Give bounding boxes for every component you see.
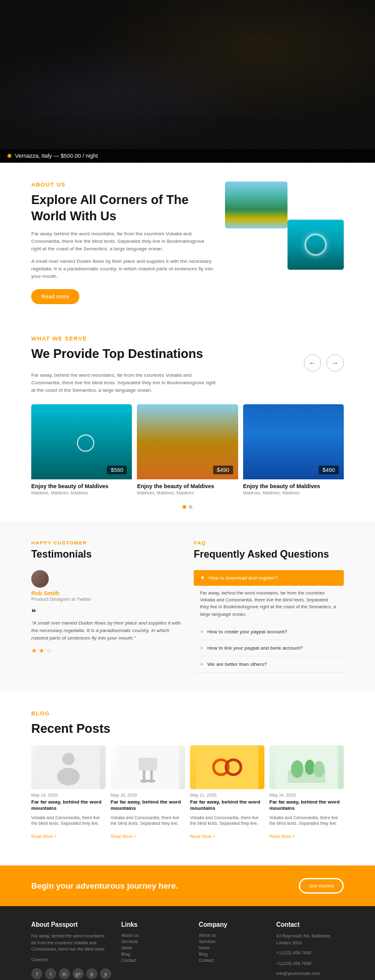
footer-about-text: Far away, behind the word mountains, far… (31, 933, 111, 953)
beach-aerial-img (225, 181, 288, 228)
social-icon-6[interactable]: y (100, 968, 111, 979)
dest-card-price-3: $490 (319, 466, 339, 474)
hero-grid-pattern (0, 0, 375, 163)
svg-rect-7 (141, 780, 156, 782)
carousel-dot[interactable] (189, 505, 192, 509)
blog-card-2[interactable]: May 18, 2020 Far far away, behind the wo… (111, 745, 185, 840)
blog-post-desc-4: Vokalia and Consonantia, there live the … (269, 815, 344, 827)
testimonials-faq-section: HAPPY CUSTOMER Testimonials Rob Smith Pr… (0, 521, 375, 692)
social-icon-4[interactable]: g+ (72, 968, 84, 979)
blog-img-svg-3 (190, 745, 264, 789)
blog-section: BLOG Recent Posts May 14, 2020 Far far a… (0, 692, 375, 853)
blog-read-more-3[interactable]: Read More > (190, 834, 216, 839)
blog-read-more-4[interactable]: Read More > (269, 834, 295, 839)
faq-item-3[interactable]: + We are better than others? (194, 656, 344, 673)
faq-item-1[interactable]: + How to create your paypal account? (194, 624, 344, 640)
about-desc1: Far away, behind the word mountains, far… (31, 230, 215, 253)
footer-phone1: +1(123)-456-7890 (276, 950, 344, 957)
blog-card-3[interactable]: May 11, 2020 Far far away, behind the wo… (190, 745, 264, 840)
svg-point-2 (58, 768, 80, 785)
blog-label: BLOG (31, 710, 344, 717)
blog-title: Recent Posts (31, 720, 344, 737)
dest-card-image-3: $490 (243, 404, 344, 479)
faq-plus-icon-3: + (200, 661, 204, 668)
testimonial-stars: ★ ★ ☆ (31, 647, 181, 654)
read-more-button[interactable]: Read more (31, 289, 79, 304)
about-label: ABOUT US (31, 181, 215, 188)
footer-email: info@yourdomain.com (276, 971, 344, 977)
destination-card[interactable]: $490 Enjoy the beauty of Maldives Maldiv… (137, 404, 238, 499)
destinations-title: We Provide Top Destinations (31, 345, 203, 362)
footer-address: 43 Raymouth Rd. Baltimore, London 3910 (276, 933, 344, 946)
dest-card-subtitle-3: Maldives, Maldives, Maldives (243, 491, 344, 495)
footer-company-link-services[interactable]: Services (199, 939, 266, 944)
social-icon-2[interactable]: t (45, 968, 56, 979)
faq-item-2[interactable]: + How to link your paypal and bank accou… (194, 640, 344, 656)
faq-plus-icon-2: + (200, 645, 204, 651)
prev-arrow-button[interactable]: ← (304, 354, 321, 372)
blog-date-3: May 11, 2020 (190, 793, 264, 797)
footer-company-link-blog[interactable]: Blog (199, 952, 266, 956)
footer-links-col: Links About us Services News Blog Contac… (121, 921, 189, 980)
testimonials-label: HAPPY CUSTOMER (31, 540, 181, 546)
destination-card[interactable]: $560 Enjoy the beauty of Maldives Maldiv… (31, 404, 132, 499)
blog-image-4 (269, 745, 344, 789)
blog-card-1[interactable]: May 14, 2020 Far far away, behind the wo… (31, 745, 106, 840)
get-started-button[interactable]: Get started (299, 878, 344, 894)
about-image-beach (225, 181, 288, 228)
blog-read-more-2[interactable]: Read More > (111, 834, 136, 839)
blog-image-1 (31, 745, 106, 789)
about-image-watersport (288, 220, 344, 270)
destination-card[interactable]: $490 Enjoy the beauty of Maldives Maldiv… (243, 404, 344, 499)
blog-date-4: May 14, 2020 (269, 793, 344, 797)
dest-card-price-1: $560 (107, 466, 127, 474)
svg-rect-4 (139, 758, 158, 770)
dest-card-subtitle-2: Maldives, Maldives, Maldives (137, 491, 238, 495)
carousel-nav: ← → (304, 335, 344, 372)
about-text-block: ABOUT US Explore All Corners of The Worl… (31, 181, 215, 304)
testimonial-avatar (31, 570, 49, 588)
dest-card-title-3: Enjoy the beauty of Maldives (243, 483, 344, 489)
footer-link-blog[interactable]: Blog (121, 952, 189, 956)
destinations-text: WHAT WE SERVE We Provide Top Destination… (31, 335, 203, 367)
footer-link-about[interactable]: About us (121, 933, 189, 937)
blog-read-more-1[interactable]: Read More > (31, 834, 57, 839)
testimonial-name: Rob Smith (31, 590, 181, 596)
social-icon-1[interactable]: f (31, 968, 42, 979)
social-icon-5[interactable]: p (86, 968, 98, 979)
footer-links-title: Links (121, 921, 189, 928)
blog-post-title-1: Far far away, behind the word mountains (31, 799, 106, 812)
footer-company-link-about[interactable]: About us (199, 933, 266, 937)
blog-post-desc-3: Vokalia and Consonantia, there live the … (190, 815, 264, 827)
footer-company-col: Company About us Services News Blog Cont… (199, 921, 266, 980)
social-icon-3[interactable]: in (59, 968, 70, 979)
footer-company-link-contact[interactable]: Contact (199, 958, 266, 962)
dest-card-image-1: $560 (31, 404, 132, 479)
footer-link-contact[interactable]: Contact (121, 958, 189, 962)
footer-contact-col: Contact 43 Raymouth Rd. Baltimore, Londo… (276, 921, 344, 980)
testimonial-quote-mark: ❝ (31, 607, 181, 617)
blog-post-desc-1: Vokalia and Consonantia, there live the … (31, 815, 106, 827)
next-arrow-button[interactable]: → (326, 354, 344, 372)
svg-point-15 (314, 761, 325, 777)
blog-card-4[interactable]: May 14, 2020 Far far away, behind the wo… (269, 745, 344, 840)
about-title: Explore All Corners of The World With Us (31, 191, 215, 224)
blog-post-title-4: Far far away, behind the word mountains (269, 799, 344, 812)
dest-card-price-2: $490 (213, 466, 233, 474)
faq-question-1: How to create your paypal account? (208, 629, 288, 635)
footer-about-col: About Passport Far away, behind the word… (31, 921, 111, 980)
faq-active-item[interactable]: ▼ How to download and register? (194, 570, 344, 586)
blog-post-desc-2: Vokalia and Consonantia, there live the … (111, 815, 185, 827)
testimonial-role: Product Designer at Twitter (31, 596, 181, 602)
footer-link-services[interactable]: Services (121, 939, 189, 944)
cta-banner: Begin your adventurous journey here. Get… (0, 865, 375, 906)
carousel-dot-active[interactable] (182, 505, 186, 509)
footer-link-news[interactable]: News (121, 946, 189, 950)
hero-section: Vernazza, Italy — $500.00 / night (0, 0, 375, 163)
footer-company-link-news[interactable]: News (199, 946, 266, 950)
blog-image-2 (111, 745, 185, 789)
faq-column: FAQ Frequently Asked Questions ▼ How to … (194, 540, 344, 673)
faq-question-3: We are better than others? (208, 661, 267, 667)
footer-social-links: f t in g+ p y (31, 968, 111, 979)
footer-contact-title: Contact (276, 921, 344, 928)
